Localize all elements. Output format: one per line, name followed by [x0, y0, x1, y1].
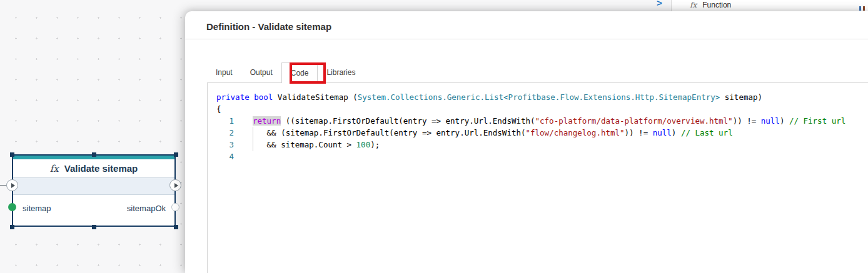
- function-item-label: Function: [702, 1, 731, 9]
- selection-handle[interactable]: [92, 152, 96, 157]
- tab-bar: InputOutputCodeLibraries: [207, 62, 364, 82]
- node-connector-row: [13, 178, 174, 195]
- tab-code[interactable]: Code: [281, 62, 318, 83]
- header-divider: [185, 39, 868, 39]
- clipped-toolbar-icon: [859, 6, 865, 11]
- selection-handle[interactable]: [10, 152, 14, 157]
- input-port-dot[interactable]: [8, 203, 16, 211]
- line-number: 2: [216, 127, 234, 139]
- input-port-label: sitemap: [23, 204, 51, 213]
- node-ports-row: sitemap sitemapOk: [13, 195, 174, 226]
- play-icon: [11, 183, 15, 188]
- flow-node-validate-sitemap[interactable]: fx Validate sitemap sitemap sitemapOk: [12, 154, 176, 227]
- function-list-item[interactable]: fx Function: [690, 1, 731, 9]
- line-number: 1: [216, 115, 234, 127]
- output-port-dot[interactable]: [171, 203, 179, 211]
- line-number: 4: [216, 151, 234, 162]
- selection-handle[interactable]: [174, 152, 178, 157]
- code-numbered-lines: 1return ((sitemap.FirstOrDefault(entry =…: [216, 115, 868, 162]
- fx-icon: fx: [690, 1, 697, 9]
- node-output-connector[interactable]: [169, 179, 181, 191]
- fx-icon: fx: [50, 163, 59, 174]
- flow-editor-canvas: > fx Function fx Validate sitemap sitema…: [0, 0, 868, 273]
- definition-panel: Definition - Validate sitemap InputOutpu…: [185, 11, 868, 273]
- selection-handle[interactable]: [10, 225, 14, 229]
- node-header: fx Validate sitemap: [13, 159, 174, 178]
- selection-handle[interactable]: [174, 225, 178, 229]
- tab-output[interactable]: Output: [241, 62, 281, 82]
- indent-guide: [253, 127, 253, 151]
- node-input-connector[interactable]: [6, 179, 18, 191]
- output-port-label: sitemapOk: [127, 204, 166, 213]
- code-editor[interactable]: private bool ValidateSitemap (System.Col…: [207, 82, 868, 273]
- collapse-chevron-icon[interactable]: >: [657, 0, 662, 8]
- code-header-lines: private bool ValidateSitemap (System.Col…: [216, 91, 868, 115]
- play-icon: [174, 183, 178, 188]
- tab-input[interactable]: Input: [207, 62, 241, 82]
- panel-title: Definition - Validate sitemap: [206, 21, 331, 32]
- line-number: 3: [216, 139, 234, 151]
- node-title: Validate sitemap: [64, 163, 138, 174]
- code-content[interactable]: private bool ValidateSitemap (System.Col…: [208, 83, 868, 162]
- tab-libraries[interactable]: Libraries: [318, 62, 364, 82]
- selection-handle[interactable]: [92, 225, 96, 229]
